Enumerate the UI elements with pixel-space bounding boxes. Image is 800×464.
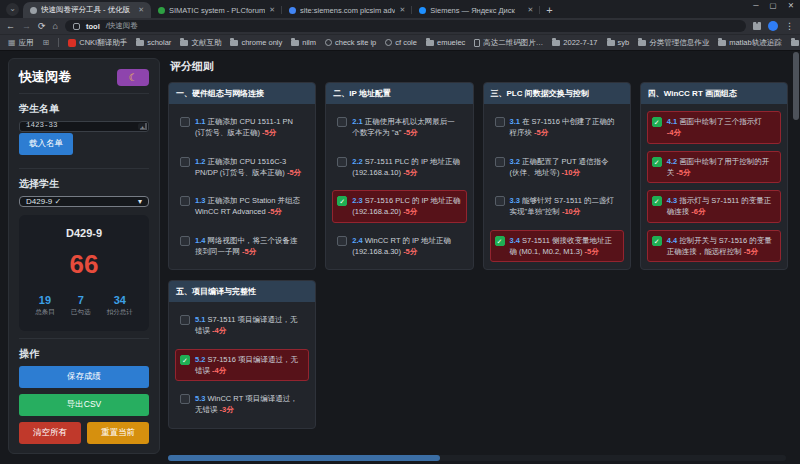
minimize-icon[interactable]: ─ bbox=[753, 1, 758, 10]
rubric-item[interactable]: ✓4.1 画面中绘制了三个指示灯 -4分 bbox=[647, 111, 781, 144]
item-text: 1.4 网络视图中，将三个设备连接到同一子网 -5分 bbox=[195, 235, 304, 258]
checkbox-checked-icon[interactable]: ✓ bbox=[652, 236, 662, 246]
maximize-icon[interactable]: ▢ bbox=[770, 1, 777, 10]
rubric-item[interactable]: 1.4 网络视图中，将三个设备连接到同一子网 -5分 bbox=[175, 230, 309, 263]
extensions-icon[interactable] bbox=[753, 22, 761, 30]
folder-icon bbox=[230, 40, 238, 46]
checkbox-icon[interactable] bbox=[495, 157, 505, 167]
bookmark-item[interactable]: chrome only bbox=[230, 38, 282, 47]
theme-toggle-button[interactable]: ☾ bbox=[117, 69, 149, 86]
rubric-item[interactable]: 2.4 WinCC RT 的 IP 地址正确 (192.168.a.30) -5… bbox=[332, 230, 466, 263]
export-csv-button[interactable]: 导出CSV bbox=[19, 394, 149, 416]
rubric-item[interactable]: 1.3 正确添加 PC Station 并组态 WinCC RT Advance… bbox=[175, 190, 309, 223]
rubric-item[interactable]: 2.2 S7-1511 PLC 的 IP 地址正确 (192.168.a.10)… bbox=[332, 151, 466, 184]
bookmark-item[interactable]: 2022-7-17 bbox=[552, 38, 597, 47]
bookmark-item[interactable]: matlab轨迹追踪 bbox=[718, 38, 782, 48]
rubric-item[interactable]: ✓5.2 S7-1516 项目编译通过，无错误 -4分 bbox=[175, 349, 309, 382]
browser-tab[interactable]: Siemens — Яндекс Диск✕ bbox=[412, 2, 540, 18]
rubric-item[interactable]: 5.3 WinCC RT 项目编译通过，无错误 -3分 bbox=[175, 388, 309, 421]
rubric-item[interactable]: 3.2 正确配置了 PUT 通信指令 (伙伴、地址等) -10分 bbox=[490, 151, 624, 184]
rubric-grid: 一、硬件组态与网络连接1.1 正确添加 CPU 1511-1 PN (订货号、版… bbox=[168, 82, 788, 429]
bookmark-item[interactable]: check site ip bbox=[325, 38, 376, 47]
checkbox-icon[interactable] bbox=[180, 157, 190, 167]
checkbox-icon[interactable] bbox=[337, 117, 347, 127]
bookmark-item[interactable]: CNKI翻译助手 bbox=[68, 38, 127, 48]
address-bar[interactable]: tool /快速阅卷 bbox=[65, 20, 746, 32]
save-scores-button[interactable]: 保存成绩 bbox=[19, 366, 149, 388]
tab-close-icon[interactable]: ✕ bbox=[138, 6, 144, 14]
profile-avatar[interactable] bbox=[768, 21, 778, 31]
checkbox-checked-icon[interactable]: ✓ bbox=[652, 157, 662, 167]
tab-search-chevron-icon[interactable]: ⌄ bbox=[6, 3, 19, 16]
rubric-item[interactable]: 5.1 S7-1511 项目编译通过，无错误 -4分 bbox=[175, 309, 309, 342]
forward-icon[interactable]: → bbox=[22, 22, 31, 31]
checkbox-checked-icon[interactable]: ✓ bbox=[652, 117, 662, 127]
checkbox-icon[interactable] bbox=[495, 196, 505, 206]
checkbox-icon[interactable] bbox=[337, 157, 347, 167]
bookmark-label: 分类管理信息作业 bbox=[649, 38, 709, 48]
tab-strip: ⌄ 快速阅卷评分工具 - 优化版✕SIMATIC system - PLCfor… bbox=[0, 0, 800, 18]
checkbox-checked-icon[interactable]: ✓ bbox=[495, 236, 505, 246]
rubric-item[interactable]: ✓4.2 画面中绘制了用于控制的开关 -5分 bbox=[647, 151, 781, 184]
browser-tab[interactable]: 快速阅卷评分工具 - 优化版✕ bbox=[23, 2, 151, 18]
vertical-scroll-thumb[interactable] bbox=[793, 52, 799, 120]
checkbox-checked-icon[interactable]: ✓ bbox=[337, 196, 347, 206]
back-icon[interactable]: ← bbox=[6, 22, 15, 31]
reload-icon[interactable]: ⟳ bbox=[38, 22, 46, 31]
bookmark-item[interactable]: 2023-09-26 plc bbox=[791, 38, 800, 47]
checkbox-icon[interactable] bbox=[495, 117, 505, 127]
page-horizontal-scrollbar[interactable] bbox=[168, 455, 786, 461]
bookmark-item[interactable]: cf cole bbox=[385, 38, 417, 47]
section-items: 5.1 S7-1511 项目编译通过，无错误 -4分✓5.2 S7-1516 项… bbox=[169, 302, 315, 428]
horizontal-scroll-thumb[interactable] bbox=[168, 455, 440, 461]
student-roster-textarea[interactable]: 1423-33 1423-34 1423-35 1423-36 1423-40 … bbox=[19, 121, 149, 132]
rubric-item[interactable]: 3.1 在 S7-1516 中创建了正确的程序块 -5分 bbox=[490, 111, 624, 144]
resize-handle-icon[interactable] bbox=[140, 123, 147, 130]
operations: 保存成绩 导出CSV 清空所有 重置当前 bbox=[19, 366, 149, 444]
rubric-item[interactable]: ✓4.3 指示灯与 S7-1511 的变量正确连接 -6分 bbox=[647, 190, 781, 223]
checkbox-checked-icon[interactable]: ✓ bbox=[180, 355, 190, 365]
bookmark-item[interactable]: syb bbox=[607, 38, 630, 47]
bookmark-item[interactable]: emuelec bbox=[426, 38, 465, 47]
item-score: -6分 bbox=[691, 207, 705, 216]
bookmark-item[interactable]: ⊞ bbox=[43, 39, 50, 47]
bookmark-item[interactable]: 分类管理信息作业 bbox=[638, 38, 709, 48]
item-score: -5分 bbox=[268, 207, 282, 216]
page-vertical-scrollbar[interactable] bbox=[793, 52, 799, 454]
load-roster-button[interactable]: 载入名单 bbox=[19, 133, 73, 155]
reset-current-button[interactable]: 重置当前 bbox=[87, 422, 149, 444]
menu-kebab-icon[interactable]: ⋮ bbox=[785, 22, 794, 31]
tab-close-icon[interactable]: ✕ bbox=[399, 6, 405, 14]
item-number: 4.1 bbox=[667, 117, 680, 126]
rubric-item[interactable]: 3.3 能够针对 S7-1511 的二盏灯实现"单独"控制 -10分 bbox=[490, 190, 624, 223]
rubric-item[interactable]: 2.1 正确使用本机以太网最后一个数字作为 "a" -5分 bbox=[332, 111, 466, 144]
bookmark-item[interactable]: scholar bbox=[136, 38, 171, 47]
checkbox-icon[interactable] bbox=[180, 394, 190, 404]
rubric-item[interactable]: ✓4.4 控制开关与 S7-1516 的变量正确连接，能远程控制 -5分 bbox=[647, 230, 781, 263]
new-tab-button[interactable]: + bbox=[546, 4, 552, 16]
student-select[interactable]: D429-9 ✓ ▾ bbox=[19, 196, 149, 207]
browser-tab[interactable]: SIMATIC system - PLCforum✕ bbox=[151, 2, 282, 18]
browser-tab[interactable]: site:siemens.com plcsim adv✕ bbox=[282, 2, 412, 18]
tab-close-icon[interactable]: ✕ bbox=[269, 6, 275, 14]
close-icon[interactable]: ✕ bbox=[788, 1, 794, 10]
checkbox-icon[interactable] bbox=[337, 236, 347, 246]
site-info-icon[interactable] bbox=[73, 23, 80, 30]
tab-close-icon[interactable]: ✕ bbox=[527, 6, 533, 14]
checkbox-icon[interactable] bbox=[180, 117, 190, 127]
rubric-item[interactable]: 1.1 正确添加 CPU 1511-1 PN (订货号、版本正确) -5分 bbox=[175, 111, 309, 144]
checkbox-icon[interactable] bbox=[180, 196, 190, 206]
checkbox-icon[interactable] bbox=[180, 315, 190, 325]
bookmark-item[interactable]: ▦应用 bbox=[8, 38, 34, 48]
bookmark-item[interactable]: 文献互助 bbox=[180, 38, 221, 48]
bookmark-item[interactable]: 高达二维码图片… bbox=[474, 38, 543, 48]
home-icon[interactable]: ⌂ bbox=[53, 22, 58, 31]
checkbox-checked-icon[interactable]: ✓ bbox=[652, 196, 662, 206]
rubric-item[interactable]: ✓2.3 S7-1516 PLC 的 IP 地址正确 (192.168.a.20… bbox=[332, 190, 466, 223]
clear-all-button[interactable]: 清空所有 bbox=[19, 422, 81, 444]
bookmark-label: CNKI翻译助手 bbox=[79, 38, 127, 48]
checkbox-icon[interactable] bbox=[180, 236, 190, 246]
rubric-item[interactable]: 1.2 正确添加 CPU 1516C-3 PN/DP (订货号、版本正确) -5… bbox=[175, 151, 309, 184]
bookmark-item[interactable]: nilm bbox=[291, 38, 316, 47]
rubric-item[interactable]: ✓3.4 S7-1511 侧接收变量地址正确 (M0.1, M0.2, M1.3… bbox=[490, 230, 624, 263]
